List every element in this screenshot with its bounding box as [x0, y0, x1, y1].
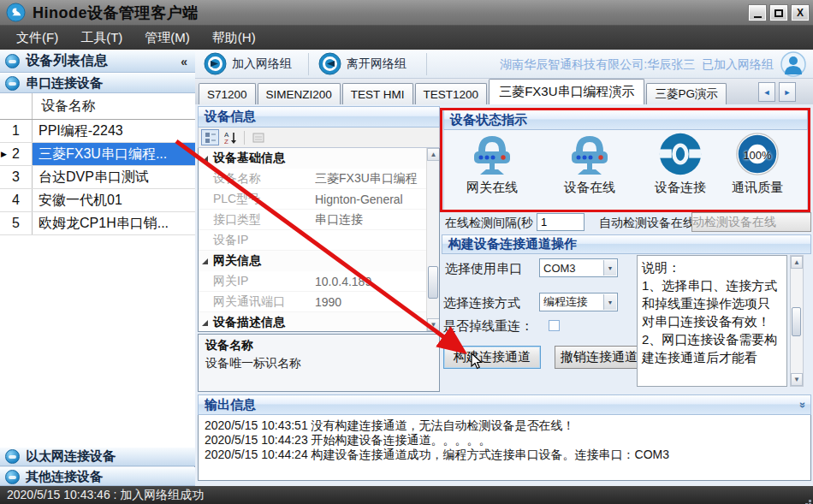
property-pages-icon — [252, 132, 264, 144]
categorized-view-button[interactable] — [201, 129, 219, 145]
property-row[interactable]: PLC型号Hignton-General — [199, 189, 439, 210]
reconnect-checkbox[interactable] — [549, 320, 560, 331]
menu-help[interactable]: 帮助(H) — [201, 27, 267, 49]
table-corner — [0, 93, 33, 119]
property-value: 10.0.4.189 — [315, 271, 439, 291]
ethernet-section-icon — [5, 449, 20, 464]
collapse-chevron-icon[interactable]: « — [795, 401, 808, 407]
menu-manage[interactable]: 管理(M) — [134, 27, 201, 49]
tab-item[interactable]: 三菱PG演示 — [646, 83, 727, 104]
alphabetical-sort-button[interactable]: A Z — [222, 129, 240, 145]
tab-item[interactable]: TEST HMI — [342, 83, 413, 104]
menu-bar: 文件(F) 工具(T) 管理(M) 帮助(H) — [0, 26, 813, 50]
account-status-text: 湖南华辰智通科技有限公司:华辰张三 已加入网络组 — [500, 57, 774, 73]
property-row[interactable]: 设备IP — [199, 230, 439, 251]
sidebar-collapse-icon[interactable]: « — [178, 55, 190, 68]
combo-arrow-icon[interactable]: ▼ — [603, 260, 616, 276]
device-row[interactable]: 3台达DVP串口测试 — [0, 166, 195, 189]
tab-scroll-right-button[interactable]: ► — [779, 82, 796, 102]
serial-port-select[interactable]: COM3 ▼ — [539, 258, 618, 277]
property-row[interactable]: 设备名称三菱FX3U串口编程 — [199, 169, 439, 189]
selected-property-description: 设备唯一标识名称 — [205, 356, 432, 371]
output-log-line: 2020/5/15 10:44:23 开始构建设备连接通道。。。。。 — [205, 433, 804, 448]
scroll-down-icon: ▼ — [430, 321, 437, 329]
build-channel-button[interactable]: 构建连接通道 — [443, 346, 541, 369]
sidebar-header: 设备列表信息 « — [0, 50, 195, 73]
other-section-icon — [5, 470, 20, 484]
property-name: PLC型号 — [199, 189, 315, 209]
online-detection-row: 在线检测间隔(秒 自动检测设备在线 自动检测设备在线 — [442, 212, 811, 234]
channel-note-text[interactable]: 说明： 1、选择串口、连接方式和掉线重连操作选项只对串口连接设备有效！ 2、网口… — [637, 255, 787, 387]
detect-interval-input[interactable] — [537, 213, 585, 231]
device-row-number: 3 — [0, 166, 33, 188]
tab-scroll-left-button[interactable]: ◄ — [758, 82, 775, 102]
property-row[interactable]: 网关通讯端口1990 — [199, 292, 439, 312]
device-row[interactable]: 5欧姆龙CP1H串口销... — [0, 212, 195, 235]
maximize-button[interactable] — [769, 4, 788, 21]
property-category[interactable]: 设备描述信息 — [199, 312, 439, 332]
channel-operations-header: 构建设备连接通道操作 — [442, 234, 811, 254]
tab-item[interactable]: 三菱FX3U串口编程演示 — [489, 79, 644, 104]
property-description-box: 设备名称 设备唯一标识名称 — [198, 334, 440, 392]
window-title: Hinode设备管理客户端 — [33, 3, 199, 23]
output-log[interactable]: 2020/5/15 10:43:51 没有构建连接通道，无法自动检测设备是否在线… — [198, 415, 811, 481]
scroll-down-icon: ▼ — [793, 376, 800, 383]
join-network-button[interactable]: 加入网络组 — [197, 51, 299, 76]
device-row[interactable]: 4安徽一代机01 — [0, 189, 195, 212]
scroll-down-button[interactable]: ▼ — [427, 318, 440, 331]
channel-operations-panel: 选择使用串口 COM3 ▼ 选择连接方式 编程连接 ▼ 是否掉线重连： 构建连接… — [442, 254, 811, 392]
app-logo-icon — [6, 3, 26, 22]
tab-item[interactable]: S71200 — [199, 83, 256, 104]
device-list-icon — [5, 54, 20, 68]
property-value: 串口连接 — [315, 210, 439, 229]
connect-mode-select[interactable]: 编程连接 ▼ — [539, 293, 618, 311]
scrollbar-thumb[interactable] — [792, 307, 801, 336]
device-connect-indicator: 设备连接 — [638, 132, 723, 196]
property-category[interactable]: 网关信息 — [199, 251, 439, 271]
section-serial-devices[interactable]: 串口连接设备 — [0, 73, 195, 93]
svg-text:Z: Z — [224, 138, 228, 144]
minimize-button[interactable] — [748, 4, 767, 21]
scroll-up-button[interactable]: ▲ — [427, 148, 440, 161]
property-row[interactable]: 网关IP10.0.4.189 — [199, 271, 439, 292]
network-toolbar: 加入网络组 离开网络组 湖南华辰智通科技有限公司:华辰张三 已加入网络组 — [195, 50, 813, 79]
section-other-devices[interactable]: 其他连接设备 — [0, 467, 195, 486]
menu-tools[interactable]: 工具(T) — [69, 27, 134, 49]
resize-grip[interactable] — [809, 500, 811, 502]
device-status-header: 设备状态指示 — [443, 110, 808, 130]
property-row[interactable]: 接口类型串口连接 — [199, 210, 439, 230]
tab-item[interactable]: SIMENZI200 — [258, 83, 341, 104]
scroll-up-button[interactable]: ▲ — [791, 256, 803, 269]
tab-item[interactable]: TEST1200 — [415, 83, 488, 104]
menu-file[interactable]: 文件(F) — [5, 27, 69, 49]
device-row[interactable]: 1PPI编程-2243 — [0, 120, 195, 143]
property-value: 1990 — [315, 292, 439, 311]
property-name: 网关IP — [199, 271, 315, 291]
device-table-header: 设备名称 — [0, 93, 195, 120]
user-avatar-icon[interactable] — [780, 51, 806, 77]
scrollbar-thumb[interactable] — [428, 266, 438, 299]
reconnect-label: 是否掉线重连： — [443, 318, 533, 335]
destroy-channel-button[interactable]: 撤销连接通道 — [555, 346, 644, 369]
expander-triangle-icon — [202, 320, 208, 326]
row-pointer-icon: ▶ — [1, 150, 7, 158]
note-scrollbar[interactable]: ▲ ▼ — [790, 255, 804, 387]
device-name-column-header: 设备名称 — [33, 98, 96, 116]
leave-network-icon — [318, 52, 341, 75]
scroll-up-icon: ▲ — [430, 151, 437, 158]
leave-network-button[interactable]: 离开网络组 — [312, 51, 413, 76]
toolbar-separator — [244, 131, 245, 145]
device-row[interactable]: ▶2三菱FX3U串口编程... — [0, 143, 195, 166]
output-log-lines: 2020/5/15 10:43:51 没有构建连接通道，无法自动检测设备是否在线… — [205, 418, 804, 462]
auto-detect-button[interactable]: 自动检测设备在线 — [691, 212, 811, 232]
close-button[interactable]: X — [791, 4, 810, 21]
section-ethernet-devices[interactable]: 以太网连接设备 — [0, 447, 195, 466]
property-grid-scrollbar[interactable]: ▲ ▼ — [426, 148, 439, 331]
property-pages-button[interactable] — [249, 129, 267, 145]
device-table: 设备名称 1PPI编程-2243▶2三菱FX3U串口编程...3台达DVP串口测… — [0, 93, 195, 447]
serial-port-label: 选择使用串口 — [445, 261, 522, 277]
property-category[interactable]: 设备基础信息 — [199, 148, 439, 169]
scroll-down-button[interactable]: ▼ — [791, 373, 803, 386]
auto-detect-label: 自动检测设备在线 — [599, 216, 695, 231]
combo-arrow-icon[interactable]: ▼ — [603, 294, 616, 310]
